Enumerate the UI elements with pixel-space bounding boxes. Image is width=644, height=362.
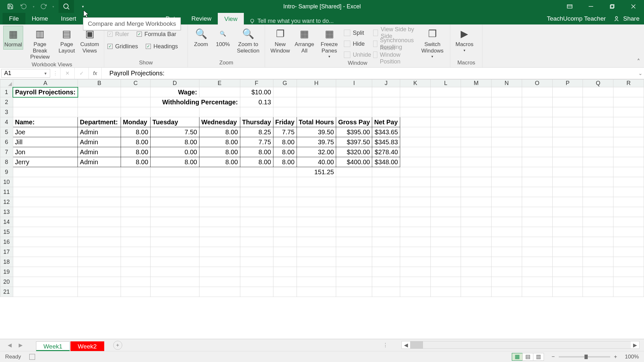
cell-f6[interactable]: 7.75 [240,137,273,147]
cell-h4[interactable]: Total Hours [297,117,336,127]
cell-b21[interactable] [78,287,121,297]
cell-g7[interactable]: 8.00 [273,147,297,157]
cell-f15[interactable] [240,227,273,237]
zoom-in-icon[interactable]: + [614,354,617,360]
cell-c18[interactable] [121,257,151,267]
cell-c19[interactable] [121,267,151,277]
cell-o12[interactable] [522,197,552,207]
cell-q14[interactable] [583,217,613,227]
cell-k13[interactable] [400,207,431,217]
cell-k6[interactable] [400,137,431,147]
tab-file[interactable]: File [3,13,25,24]
cell-a19[interactable] [13,267,78,277]
cell-m8[interactable] [461,157,492,167]
cell-g12[interactable] [273,197,297,207]
col-header-P[interactable]: P [552,80,583,87]
cell-j11[interactable] [372,187,400,197]
cell-p21[interactable] [552,287,583,297]
cell-q1[interactable] [583,87,613,97]
cell-k19[interactable] [400,267,431,277]
cell-p12[interactable] [552,197,583,207]
cell-f4[interactable]: Thursday [240,117,273,127]
cell-r14[interactable] [613,217,644,227]
cell-i2[interactable] [336,97,372,107]
cell-f10[interactable] [240,177,273,187]
row-header-17[interactable]: 17 [0,247,13,257]
cell-d17[interactable] [150,247,199,257]
cell-f17[interactable] [240,247,273,257]
cell-f16[interactable] [240,237,273,247]
cell-a7[interactable]: Jon [13,147,78,157]
normal-shortcut-icon[interactable]: ▦ [512,353,523,361]
col-header-K[interactable]: K [400,80,431,87]
maximize-icon[interactable] [602,0,623,13]
row-header-18[interactable]: 18 [0,257,13,267]
cell-i10[interactable] [336,177,372,187]
pagelayout-shortcut-icon[interactable]: ▤ [522,353,533,361]
cell-m13[interactable] [461,207,492,217]
cell-l2[interactable] [430,97,461,107]
cell-k10[interactable] [400,177,431,187]
cell-p6[interactable] [552,137,583,147]
cell-f7[interactable]: 8.00 [240,147,273,157]
cell-l18[interactable] [430,257,461,267]
cell-p18[interactable] [552,257,583,267]
cell-o19[interactable] [522,267,552,277]
cell-c1[interactable] [121,87,151,97]
cell-j1[interactable] [372,87,400,97]
cell-a8[interactable]: Jerry [13,157,78,167]
cell-o16[interactable] [522,237,552,247]
cell-h1[interactable] [297,87,336,97]
cell-o21[interactable] [522,287,552,297]
namebox-dropdown-icon[interactable]: ▼ [44,71,47,75]
cell-j18[interactable] [372,257,400,267]
cell-h15[interactable] [297,227,336,237]
cell-f12[interactable] [240,197,273,207]
cell-j8[interactable]: $348.00 [372,157,400,167]
cell-k16[interactable] [400,237,431,247]
cell-c11[interactable] [121,187,151,197]
cell-e18[interactable] [199,257,240,267]
cell-o7[interactable] [522,147,552,157]
cell-m9[interactable] [461,167,492,177]
row-header-11[interactable]: 11 [0,187,13,197]
cell-q21[interactable] [583,287,613,297]
cell-k18[interactable] [400,257,431,267]
cell-i1[interactable] [336,87,372,97]
cell-l14[interactable] [430,217,461,227]
cell-g6[interactable]: 8.00 [273,137,297,147]
cell-l10[interactable] [430,177,461,187]
cell-i11[interactable] [336,187,372,197]
name-box[interactable]: A1▼ [1,69,50,78]
cell-c21[interactable] [121,287,151,297]
hscroll-right-icon[interactable]: ▶ [631,342,639,348]
cell-o11[interactable] [522,187,552,197]
cell-e17[interactable] [199,247,240,257]
col-header-L[interactable]: L [430,80,461,87]
cell-i21[interactable] [336,287,372,297]
cell-k7[interactable] [400,147,431,157]
cell-j16[interactable] [372,237,400,247]
zoom-button[interactable]: 🔍Zoom [191,26,211,49]
cell-b19[interactable] [78,267,121,277]
cell-p14[interactable] [552,217,583,227]
cell-d18[interactable] [150,257,199,267]
cell-p11[interactable] [552,187,583,197]
spreadsheet-grid[interactable]: ABCDEFGHIJKLMNOPQR1Payroll Projections:W… [0,79,644,339]
cell-m15[interactable] [461,227,492,237]
cell-f13[interactable] [240,207,273,217]
cell-n18[interactable] [492,257,522,267]
select-all-corner[interactable] [0,80,13,87]
cell-j13[interactable] [372,207,400,217]
cell-h3[interactable] [297,107,336,117]
cell-n6[interactable] [492,137,522,147]
compare-merge-icon[interactable] [59,0,74,13]
pagebreak-button[interactable]: ▥Page Break Preview [25,26,55,62]
col-header-D[interactable]: D [150,80,199,87]
cell-l3[interactable] [430,107,461,117]
cell-q10[interactable] [583,177,613,187]
cell-g15[interactable] [273,227,297,237]
cell-e7[interactable]: 8.00 [199,147,240,157]
cell-h5[interactable]: 39.50 [297,127,336,137]
cell-r6[interactable] [613,137,644,147]
